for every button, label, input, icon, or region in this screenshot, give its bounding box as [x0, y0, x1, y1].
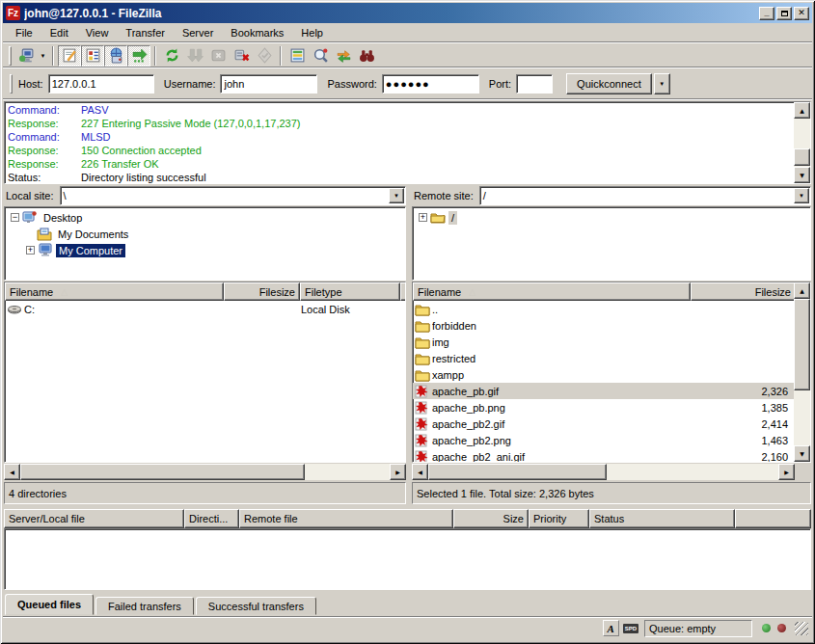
speed-limit-icon[interactable]: SPD [623, 624, 638, 633]
menu-transfer[interactable]: Transfer [117, 25, 174, 40]
site-manager-dropdown[interactable]: ▼ [38, 45, 48, 67]
toggle-transfer-queue-button[interactable] [127, 45, 150, 67]
column-header-filetype[interactable]: Filetype [300, 282, 400, 301]
column-header-filename[interactable]: Filename△ [413, 282, 691, 301]
cancel-operation-button[interactable] [206, 45, 230, 67]
synchronized-browsing-button[interactable] [332, 45, 355, 67]
toggle-message-log-button[interactable] [58, 45, 81, 67]
scroll-down-button[interactable]: ▼ [794, 167, 810, 183]
scroll-right-button[interactable]: ▶ [778, 464, 795, 480]
collapse-icon[interactable]: − [11, 213, 19, 222]
find-files-button[interactable] [355, 45, 378, 67]
log-scrollbar[interactable]: ▲ ▼ [794, 102, 810, 183]
file-row[interactable]: apache_pb2_ani.gif 2,160 [413, 448, 810, 463]
menu-view[interactable]: View [77, 25, 118, 40]
disconnect-button[interactable] [230, 45, 253, 67]
expand-icon[interactable]: + [26, 246, 35, 255]
scrollbar-thumb[interactable] [794, 299, 810, 390]
column-header-empty [735, 509, 811, 528]
column-header-remote-file[interactable]: Remote file [239, 509, 453, 528]
scrollbar-thumb[interactable] [20, 464, 305, 480]
column-header-priority[interactable]: Priority [529, 509, 589, 528]
file-row[interactable]: apache_pb2.gif 2,414 [413, 416, 810, 432]
local-h-scrollbar[interactable]: ◀ ▶ [4, 464, 406, 480]
refresh-button[interactable] [160, 45, 183, 67]
column-header-server-local-file[interactable]: Server/Local file [4, 509, 184, 528]
transfer-type-indicator[interactable]: A [603, 620, 619, 636]
red-status-light-icon [777, 624, 786, 632]
quickconnect-grip[interactable] [10, 74, 13, 94]
file-row[interactable]: xampp [413, 366, 810, 383]
maximize-button[interactable] [776, 7, 792, 20]
resize-grip[interactable] [795, 622, 808, 635]
scroll-up-button[interactable]: ▲ [794, 282, 810, 299]
expand-icon[interactable]: + [419, 213, 427, 222]
tab-successful-transfers[interactable]: Successful transfers [196, 597, 316, 615]
file-row-c-drive[interactable]: C: Local Disk [5, 301, 405, 317]
reconnect-button[interactable] [253, 45, 276, 67]
documents-folder-icon [37, 227, 52, 241]
password-input[interactable] [382, 74, 479, 94]
file-row-selected[interactable]: apache_pb.gif 2,326 [413, 383, 810, 399]
port-input[interactable] [516, 74, 553, 94]
scroll-down-button[interactable]: ▼ [794, 445, 810, 462]
tree-item-root[interactable]: + / [413, 209, 810, 226]
menu-help[interactable]: Help [292, 25, 332, 40]
quickconnect-bar: Host: Username: Password: Port: Quickcon… [3, 68, 812, 98]
process-queue-button[interactable] [183, 45, 206, 67]
cancel-icon [210, 47, 227, 64]
scroll-up-button[interactable]: ▲ [794, 102, 810, 119]
tree-item-my-documents[interactable]: My Documents [5, 226, 405, 242]
menu-file[interactable]: File [7, 25, 41, 40]
host-input[interactable] [48, 74, 154, 94]
file-row[interactable]: forbidden [413, 317, 810, 334]
scrollbar-thumb[interactable] [428, 464, 607, 480]
tree-item-label: My Computer [56, 244, 125, 257]
column-header-filesize[interactable]: Filesize [691, 282, 796, 301]
local-site-dropdown[interactable]: ▼ [389, 188, 404, 203]
column-header-size[interactable]: Size [453, 509, 529, 528]
local-site-combobox[interactable]: \ ▼ [60, 186, 406, 205]
column-header-filesize[interactable]: Filesize [224, 282, 300, 301]
minimize-button[interactable]: _ [759, 7, 774, 20]
scroll-left-button[interactable]: ◀ [4, 464, 20, 480]
tree-item-desktop[interactable]: − Desktop [5, 209, 405, 226]
remote-site-combobox[interactable]: / ▼ [479, 186, 811, 205]
column-header-filename[interactable]: Filename△ [5, 282, 224, 301]
scroll-left-button[interactable]: ◀ [412, 464, 428, 480]
menu-bookmarks[interactable]: Bookmarks [222, 25, 292, 40]
file-row[interactable]: img [413, 334, 810, 350]
username-input[interactable] [220, 74, 317, 94]
toggle-remote-tree-button[interactable] [104, 45, 127, 67]
file-name: forbidden [432, 320, 689, 332]
remote-v-scrollbar[interactable]: ▲ ▼ [794, 282, 810, 462]
menu-server[interactable]: Server [174, 25, 222, 40]
file-row[interactable]: restricted [413, 350, 810, 366]
directory-comparison-button[interactable] [309, 45, 332, 67]
menu-edit[interactable]: Edit [41, 25, 77, 40]
remote-site-dropdown[interactable]: ▼ [794, 188, 809, 203]
quickconnect-button[interactable]: Quickconnect [566, 73, 652, 94]
file-row[interactable]: apache_pb.png 1,385 [413, 399, 810, 416]
chevron-down-icon: ▼ [394, 193, 399, 199]
file-row[interactable]: apache_pb2.png 1,463 [413, 432, 810, 448]
close-button[interactable]: ✕ [794, 7, 809, 20]
password-label: Password: [327, 78, 376, 90]
local-tree-icon [85, 47, 101, 64]
tab-queued-files[interactable]: Queued files [5, 594, 94, 615]
folder-icon [415, 352, 430, 365]
file-row[interactable]: .. [413, 301, 810, 317]
quickconnect-dropdown[interactable]: ▼ [654, 73, 670, 94]
column-header-direction[interactable]: Directi... [184, 509, 239, 528]
remote-h-scrollbar[interactable]: ◀ ▶ [412, 464, 795, 480]
scrollbar-thumb[interactable] [794, 148, 810, 166]
column-header-lastmodified[interactable]: L [400, 282, 406, 301]
scroll-right-button[interactable]: ▶ [390, 464, 406, 480]
toolbar-grip[interactable] [9, 46, 12, 66]
tree-item-my-computer[interactable]: + My Computer [5, 242, 405, 258]
site-manager-button[interactable] [14, 45, 38, 67]
tab-failed-transfers[interactable]: Failed transfers [95, 597, 194, 615]
column-header-status[interactable]: Status [589, 509, 735, 528]
toggle-local-tree-button[interactable] [81, 45, 104, 67]
directory-listing-filters-button[interactable] [285, 45, 309, 67]
